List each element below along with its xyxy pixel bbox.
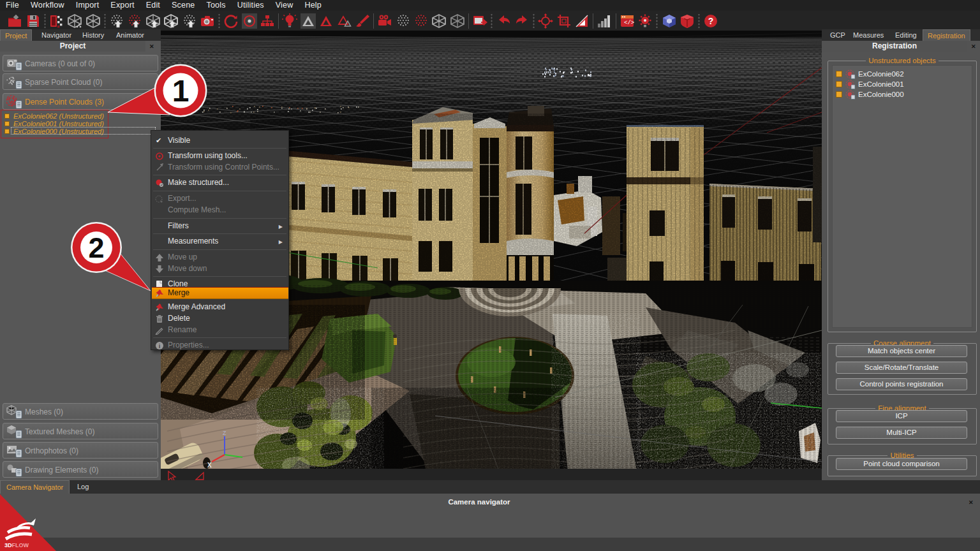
svg-text:1: 1 <box>172 74 189 108</box>
svg-text:Z: Z <box>223 430 226 436</box>
svg-text:2: 2 <box>88 231 104 264</box>
svg-text:3DFLOW: 3DFLOW <box>4 542 29 548</box>
svg-text:?: ? <box>708 16 714 26</box>
svg-text:X: X <box>207 462 212 469</box>
svg-text:i: i <box>159 343 161 349</box>
svg-text:</>: </> <box>624 20 634 26</box>
